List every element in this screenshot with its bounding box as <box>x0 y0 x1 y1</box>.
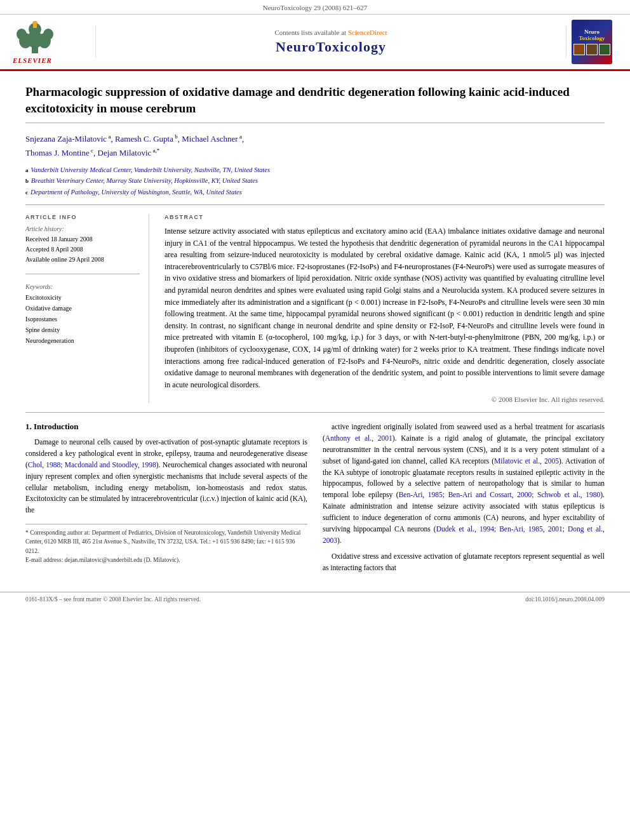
affil-item-b: b Breathitt Veterinary Center, Murray St… <box>25 175 605 187</box>
received-date: Received 18 January 2008 <box>25 234 140 244</box>
svg-point-5 <box>43 29 53 40</box>
email-link[interactable]: dejan.milatovic@vanderbilt.edu <box>65 557 142 563</box>
journal-name: NeuroToxicology <box>109 39 553 55</box>
article-info-abstract-cols: ARTICLE INFO Article history: Received 1… <box>25 214 605 403</box>
authors-line: Snjezana Zaja-Milatovic a, Ramesh C. Gup… <box>25 132 605 160</box>
footnote-star: * Corresponding author at: Department of… <box>25 528 307 556</box>
copyright-line: © 2008 Elsevier Inc. All rights reserved… <box>164 396 605 403</box>
sd-prefix: Contents lists available at <box>274 29 347 36</box>
journal-header: ELSEVIER Contents lists available at Sci… <box>0 15 630 71</box>
citation-text: NeuroToxicology 29 (2008) 621–627 <box>263 4 368 11</box>
affil-sup-a: a <box>25 166 29 175</box>
keyword-2: Oxidative damage <box>25 303 140 314</box>
intro-para-right: active ingredient originally isolated fr… <box>323 422 605 574</box>
affil-mark-4: c <box>90 147 93 154</box>
footnote-text: * Corresponding author at: Department of… <box>25 530 300 554</box>
footnote-area: * Corresponding author at: Department of… <box>25 524 307 564</box>
info-divider <box>25 274 140 274</box>
journal-logo-box-area: Neuro Toxicology <box>566 20 617 64</box>
affil-item-a: a Vanderbilt University Medical Center, … <box>25 164 605 176</box>
article-info-label: ARTICLE INFO <box>25 214 140 220</box>
article-info-col: ARTICLE INFO Article history: Received 1… <box>25 214 149 403</box>
right-para-2: Oxidative stress and excessive activatio… <box>323 551 605 574</box>
affil-item-c: c Department of Pathology, University of… <box>25 187 605 198</box>
logo-img-3 <box>599 44 610 55</box>
ref-dudek[interactable]: Dudek et al., 1994; Ben-Ari, 1985, 2001;… <box>323 525 605 544</box>
intro-heading: 1. Introduction <box>25 422 307 432</box>
accepted-date: Accepted 8 April 2008 <box>25 244 140 255</box>
keywords-section: Keywords: Excitotoxicity Oxidative damag… <box>25 283 140 346</box>
affil-mark-2: b <box>173 133 178 140</box>
author-2: Ramesh C. Gupta <box>115 135 173 144</box>
elsevier-wordmark: ELSEVIER <box>13 57 52 64</box>
svg-point-8 <box>32 21 37 25</box>
right-para-1: active ingredient originally isolated fr… <box>323 422 605 546</box>
affiliations: a Vanderbilt University Medical Center, … <box>25 164 605 206</box>
journal-title-area: Contents lists available at ScienceDirec… <box>95 26 566 58</box>
affil-text-b: Breathitt Veterinary Center, Murray Stat… <box>31 175 258 187</box>
sciencedirect-link[interactable]: ScienceDirect <box>348 29 387 36</box>
email-suffix: (D. Milatovic). <box>144 557 180 563</box>
article-title: Pharmacologic suppression of oxidative d… <box>25 84 605 123</box>
affil-sup-b: b <box>25 177 29 186</box>
ref-milatovic[interactable]: Milatovic et al., 2005 <box>494 457 559 465</box>
logo-img-2 <box>586 44 598 55</box>
issn-text: 0161-813X/$ – see front matter © 2008 El… <box>25 596 201 603</box>
affil-text-c: Department of Pathology, University of W… <box>30 187 242 198</box>
ref-benari1[interactable]: Ben-Ari, 1985; Ben-Ari and Cossart, 2000… <box>399 491 601 498</box>
footnote-email: E-mail address: dejan.milatovic@vanderbi… <box>25 556 307 564</box>
history-label: Article history: <box>25 225 140 232</box>
author-5: Dejan Milatovic <box>98 149 152 158</box>
svg-point-4 <box>17 29 27 40</box>
logo-images <box>573 44 610 55</box>
body-right-col: active ingredient originally isolated fr… <box>323 422 605 579</box>
intro-para-1: Damage to neuronal cells caused by over-… <box>25 437 307 516</box>
article-history: Article history: Received 18 January 200… <box>25 225 140 265</box>
author-1: Snjezana Zaja-Milatovic <box>25 135 107 144</box>
author-3: Michael Aschner <box>182 135 238 144</box>
ref-chol[interactable]: Chol, 1988; Macdonald and Stoodley, 1998 <box>28 461 156 469</box>
bottom-bar: 0161-813X/$ – see front matter © 2008 El… <box>0 592 630 606</box>
affil-mark-1: a <box>107 133 111 140</box>
elsevier-logo-area: ELSEVIER <box>13 20 95 64</box>
logo-img-1 <box>573 44 585 55</box>
journal-logo-box: Neuro Toxicology <box>572 20 612 64</box>
keywords-label: Keywords: <box>25 283 140 290</box>
affil-sup-c: c <box>25 188 28 197</box>
body-columns: 1. Introduction Damage to neuronal cells… <box>25 422 605 579</box>
abstract-text: Intense seizure activity associated with… <box>164 225 605 390</box>
journal-citation: NeuroToxicology 29 (2008) 621–627 <box>0 0 630 15</box>
abstract-label: ABSTRACT <box>164 214 605 220</box>
affil-mark-3: a <box>238 133 242 140</box>
doi-text: doi:10.1016/j.neuro.2008.04.009 <box>525 596 605 603</box>
keyword-5: Neurodegeneration <box>25 335 140 346</box>
section-divider <box>25 412 605 413</box>
affil-mark-5: a,* <box>151 147 159 154</box>
ref-anthony[interactable]: Anthony et al., 2001 <box>325 434 392 442</box>
author-4: Thomas J. Montine <box>25 149 90 158</box>
available-date: Available online 29 April 2008 <box>25 255 140 265</box>
intro-para-1-text: Damage to neuronal cells caused by over-… <box>25 437 307 516</box>
body-left-col: 1. Introduction Damage to neuronal cells… <box>25 422 307 579</box>
keyword-4: Spine density <box>25 324 140 335</box>
keyword-1: Excitotoxicity <box>25 292 140 303</box>
article-container: Pharmacologic suppression of oxidative d… <box>0 71 630 592</box>
elsevier-tree-icon <box>13 20 57 55</box>
logo-neuro-text: Neuro <box>584 29 600 35</box>
email-label: E-mail address: <box>25 557 63 563</box>
logo-tox-text: Toxicology <box>579 35 605 41</box>
abstract-col: ABSTRACT Intense seizure activity associ… <box>164 214 605 403</box>
sciencedirect-line: Contents lists available at ScienceDirec… <box>109 29 553 36</box>
keyword-3: Isoprostanes <box>25 314 140 324</box>
affil-text-a: Vanderbilt University Medical Center, Va… <box>31 164 271 176</box>
